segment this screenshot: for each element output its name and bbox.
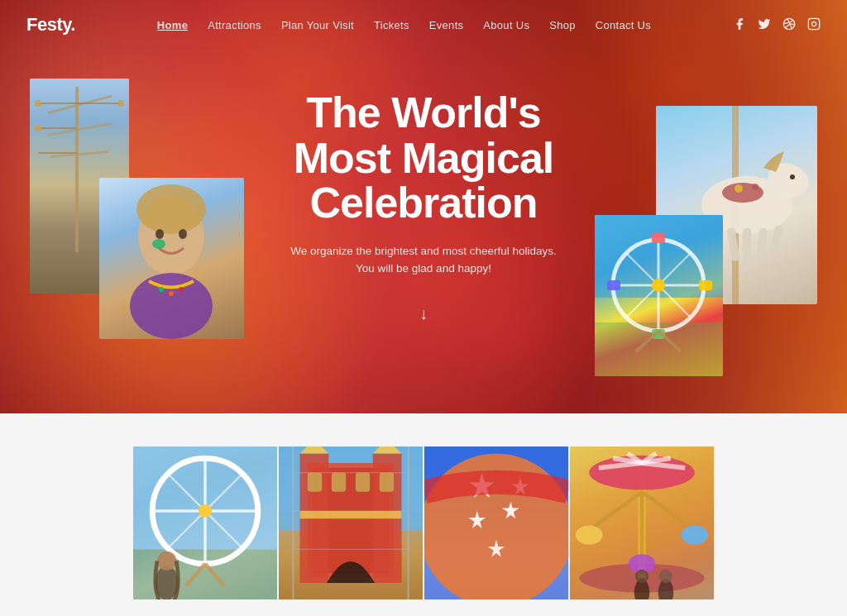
svg-rect-45 — [607, 280, 620, 290]
svg-point-104 — [635, 570, 648, 583]
svg-point-58 — [157, 552, 176, 571]
svg-point-16 — [156, 229, 164, 239]
hero-subtitle: We organize the brightest and most cheer… — [266, 242, 581, 278]
twitter-icon[interactable] — [758, 17, 771, 33]
brand-logo[interactable]: Festy. — [26, 14, 75, 36]
svg-rect-4 — [47, 95, 112, 115]
nav-item-plan[interactable]: Plan Your Visit — [281, 19, 354, 31]
nav-item-shop[interactable]: Shop — [549, 19, 576, 31]
svg-point-33 — [752, 184, 758, 190]
gallery-item-gate[interactable] — [279, 446, 423, 599]
svg-point-56 — [199, 504, 212, 518]
hero-section: The World's Most Magical Celebration We … — [0, 0, 847, 413]
svg-rect-28 — [743, 228, 751, 265]
svg-point-15 — [136, 184, 206, 234]
svg-point-23 — [179, 287, 184, 292]
social-links — [733, 17, 821, 33]
svg-point-18 — [152, 239, 165, 249]
svg-point-100 — [576, 525, 602, 544]
gallery — [0, 446, 847, 599]
svg-point-21 — [169, 291, 174, 296]
svg-rect-70 — [332, 473, 346, 492]
gallery-item-ferris[interactable] — [133, 446, 277, 599]
navbar: Festy. Home Attractions Plan Your Visit … — [0, 0, 847, 50]
hero-content: The World's Most Magical Celebration We … — [266, 90, 581, 323]
hero-ferris-image — [595, 215, 723, 376]
svg-point-32 — [735, 184, 743, 193]
svg-point-42 — [652, 279, 665, 292]
scroll-arrow[interactable]: ↓ — [266, 304, 581, 323]
nav-item-home[interactable]: Home — [157, 19, 188, 31]
svg-point-17 — [179, 229, 187, 239]
svg-point-12 — [35, 125, 41, 131]
nav-item-contact[interactable]: Contact Us — [596, 19, 651, 31]
svg-point-13 — [117, 100, 124, 107]
svg-rect-1 — [808, 18, 819, 29]
hero-title: The World's Most Magical Celebration — [266, 90, 581, 226]
svg-rect-3 — [75, 87, 79, 252]
svg-point-106 — [659, 570, 672, 583]
svg-point-34 — [790, 174, 795, 179]
svg-point-22 — [159, 287, 164, 292]
svg-rect-69 — [308, 473, 322, 492]
dribbble-icon[interactable] — [782, 17, 796, 33]
svg-rect-6 — [50, 150, 108, 158]
svg-rect-46 — [699, 280, 712, 290]
svg-point-20 — [130, 273, 213, 339]
gallery-item-ride[interactable] — [570, 446, 714, 599]
nav-item-events[interactable]: Events — [429, 19, 464, 31]
nav-item-about[interactable]: About Us — [483, 19, 529, 31]
svg-rect-43 — [652, 233, 665, 243]
facebook-icon[interactable] — [733, 17, 746, 33]
bottom-section — [0, 413, 847, 616]
hero-child-image — [99, 178, 244, 339]
svg-point-11 — [35, 100, 41, 107]
svg-rect-72 — [380, 473, 394, 492]
svg-point-101 — [682, 525, 708, 544]
svg-rect-71 — [356, 473, 370, 492]
instagram-icon[interactable] — [807, 17, 821, 33]
svg-rect-73 — [300, 511, 402, 518]
gallery-item-balloon[interactable] — [424, 446, 568, 599]
nav-links: Home Attractions Plan Your Visit Tickets… — [157, 17, 651, 32]
svg-rect-5 — [47, 122, 112, 136]
nav-item-tickets[interactable]: Tickets — [374, 19, 409, 31]
nav-item-attractions[interactable]: Attractions — [208, 19, 261, 31]
